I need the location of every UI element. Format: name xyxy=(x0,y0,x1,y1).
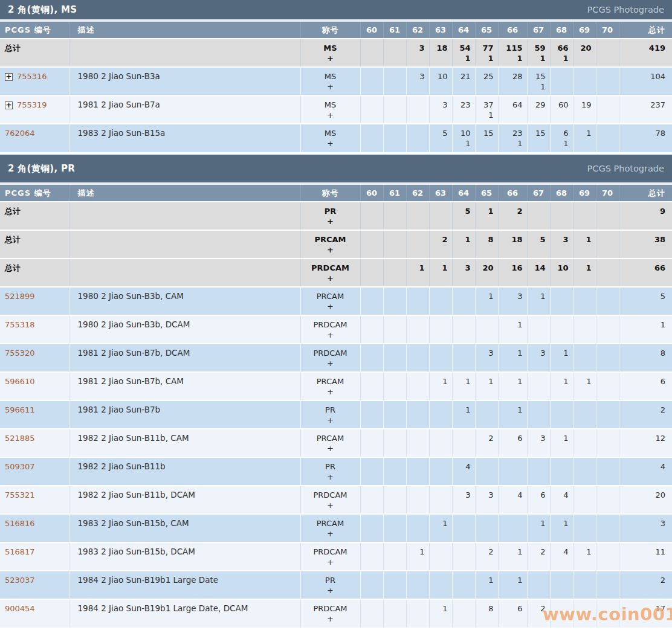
designation-cell: PRCAM+ xyxy=(300,514,360,542)
grade-count: 3 xyxy=(488,490,493,500)
grade-count: 3 xyxy=(488,349,493,358)
pcgs-number-link[interactable]: 900454 xyxy=(5,604,35,613)
grade-62-cell xyxy=(406,230,429,259)
pcgs-number-link[interactable]: 755318 xyxy=(5,320,35,329)
col-grade-67: 67 xyxy=(527,22,550,39)
total-label: 总计 xyxy=(5,43,21,53)
pcgs-number-link[interactable]: 755319 xyxy=(17,100,47,109)
pcgs-number-link[interactable]: 509307 xyxy=(5,462,35,471)
total-cell: 419 xyxy=(619,39,672,67)
pcgs-number-link[interactable]: 523037 xyxy=(5,576,35,585)
designation-cell: PRCAM+ xyxy=(300,287,360,315)
designation-cell: MS+ xyxy=(300,39,360,67)
plus-designation-label: + xyxy=(301,110,360,120)
section-ms: 2 角(黄铜), MS PCGS Photograde PCGS 编号描述称号6… xyxy=(0,0,672,152)
grade-69-cell xyxy=(573,457,596,486)
grade-70-cell xyxy=(596,457,619,486)
grade-68-cell: 1 xyxy=(550,514,573,542)
pcgs-number-link[interactable]: 762064 xyxy=(5,129,35,138)
total-cell: 38 xyxy=(619,230,672,259)
col-grade-63: 63 xyxy=(429,22,452,39)
plus-designation-label: + xyxy=(301,472,360,482)
grade-63-cell xyxy=(429,287,452,315)
section-header-ms: 2 角(黄铜), MS PCGS Photograde xyxy=(0,0,672,19)
pcgs-number-link[interactable]: 521885 xyxy=(5,434,35,443)
expand-icon[interactable]: + xyxy=(5,101,13,109)
pcgs-photograde-link[interactable]: PCGS Photograde xyxy=(587,5,664,14)
pcgs-number-cell: 755321 xyxy=(0,486,69,514)
grade-count: 1 xyxy=(442,604,447,613)
grade-count: 1 xyxy=(442,519,447,528)
grade-66-cell xyxy=(498,514,527,542)
pcgs-number-link[interactable]: 755321 xyxy=(5,490,35,500)
grade-67-cell: 591 xyxy=(527,39,550,67)
grade-69-cell xyxy=(573,486,596,514)
description-cell xyxy=(69,39,300,67)
grade-67-cell: 2 xyxy=(527,599,550,628)
table-row: 5230371984 2 Jiao Sun-B19b1 Large DatePR… xyxy=(0,571,672,599)
grade-count: 3 xyxy=(465,490,470,500)
plus-designation-label: + xyxy=(301,138,360,149)
grade-67-cell xyxy=(527,571,550,599)
table-row: 5218851982 2 Jiao Sun-B11b, CAMPRCAM+263… xyxy=(0,429,672,457)
col-grade-69: 69 xyxy=(573,22,596,39)
grade-66-cell: 4 xyxy=(498,486,527,514)
col-grade-60: 60 xyxy=(360,185,383,202)
grade-plus-count: 1 xyxy=(476,110,494,120)
grade-60-cell xyxy=(360,429,383,457)
grade-66-cell: 1 xyxy=(498,372,527,400)
designation-label: PR xyxy=(325,405,335,414)
pcgs-number-link[interactable]: 521899 xyxy=(5,292,35,301)
pcgs-population-report-page: 2 角(黄铜), MS PCGS Photograde PCGS 编号描述称号6… xyxy=(0,0,672,633)
grade-65-cell: 2 xyxy=(475,429,498,457)
grade-65-cell: 1 xyxy=(475,571,498,599)
designation-label: MS xyxy=(325,72,336,81)
grade-67-cell: 14 xyxy=(527,259,550,287)
grade-60-cell xyxy=(360,571,383,599)
grade-62-cell xyxy=(406,571,429,599)
pcgs-number-link[interactable]: 516817 xyxy=(5,547,35,556)
expand-icon[interactable]: + xyxy=(5,73,13,81)
grade-count: 1 xyxy=(517,576,522,585)
grade-61-cell xyxy=(383,514,406,542)
grade-69-cell: 1 xyxy=(573,230,596,259)
grade-count: 10 xyxy=(460,129,471,138)
grade-count: 1 xyxy=(442,263,447,272)
grade-61-cell xyxy=(383,486,406,514)
grade-70-cell xyxy=(596,259,619,287)
total-row: 总计PRCAM+2181853138 xyxy=(0,230,672,259)
grade-66-cell xyxy=(498,457,527,486)
grade-70-cell xyxy=(596,542,619,571)
grade-count: 1 xyxy=(540,292,545,301)
grade-62-cell xyxy=(406,124,429,152)
grade-64-cell: 1 xyxy=(452,372,475,400)
description-cell xyxy=(69,230,300,259)
grade-count: 15 xyxy=(483,129,494,138)
grade-66-cell: 1 xyxy=(498,542,527,571)
grade-60-cell xyxy=(360,315,383,344)
pcgs-photograde-link[interactable]: PCGS Photograde xyxy=(587,164,664,173)
table-row: 5218991980 2 Jiao Sun-B3b, CAMPRCAM+1315 xyxy=(0,287,672,315)
pcgs-number-link[interactable]: 596611 xyxy=(5,405,35,414)
total-cell: 104 xyxy=(619,67,672,95)
grade-69-cell xyxy=(573,514,596,542)
pcgs-number-link[interactable]: 755320 xyxy=(5,349,35,358)
pcgs-number-link[interactable]: 596610 xyxy=(5,377,35,386)
designation-label: PRDCAM xyxy=(311,263,349,272)
grade-62-cell: 1 xyxy=(406,542,429,571)
grade-63-cell xyxy=(429,571,452,599)
description-cell: 1983 2 Jiao Sun-B15b, DCAM xyxy=(69,542,300,571)
grade-63-cell xyxy=(429,457,452,486)
header-row: PCGS 编号描述称号6061626364656667686970总计 xyxy=(0,185,672,202)
grade-63-cell: 1 xyxy=(429,599,452,628)
grade-68-cell: 1 xyxy=(550,429,573,457)
grade-70-cell xyxy=(596,344,619,372)
grade-count: 1 xyxy=(586,377,591,386)
grade-count: 10 xyxy=(438,72,448,81)
pcgs-number-link[interactable]: 755316 xyxy=(17,72,47,81)
pcgs-number-link[interactable]: 516816 xyxy=(5,519,35,528)
grade-count: 1 xyxy=(563,434,568,443)
grade-70-cell xyxy=(596,230,619,259)
grade-count: 66 xyxy=(557,43,568,53)
grade-count: 4 xyxy=(517,490,522,500)
